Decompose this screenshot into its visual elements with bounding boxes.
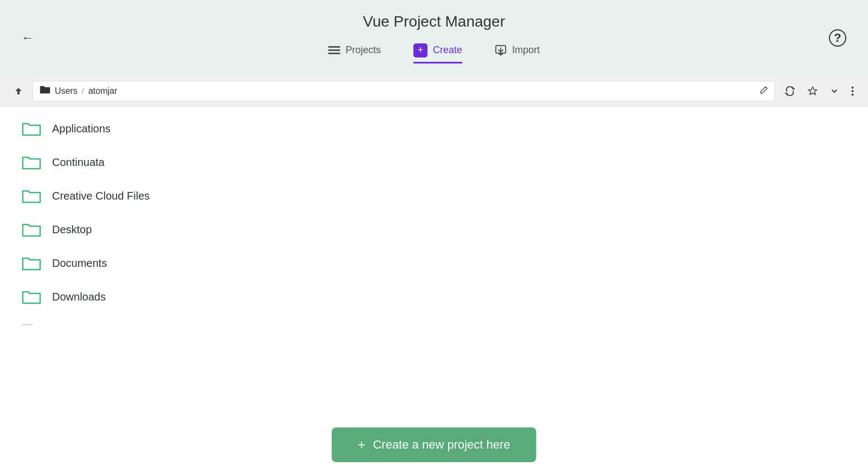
list-item[interactable]: Applications: [0, 112, 859, 145]
svg-point-2: [852, 90, 854, 92]
folder-icon: [22, 289, 41, 305]
favorite-button[interactable]: [802, 83, 823, 99]
folder-icon: [22, 154, 41, 170]
file-name: Downloads: [52, 291, 106, 303]
folder-icon: [22, 120, 41, 137]
dropdown-button[interactable]: [825, 84, 844, 98]
tabs: Projects + Create Import: [328, 43, 540, 63]
help-button[interactable]: ?: [829, 29, 846, 47]
list-item[interactable]: Downloads: [0, 280, 859, 314]
app-title: Vue Project Manager: [363, 13, 505, 30]
list-item[interactable]: Creative Cloud Files: [0, 179, 859, 213]
file-name: Creative Cloud Files: [52, 190, 150, 202]
file-list: Applications Continuata Creative Cloud F…: [0, 106, 868, 473]
path-segment-atomjar: atomjar: [88, 86, 117, 96]
more-indicator: —: [0, 314, 859, 335]
tab-import[interactable]: Import: [495, 44, 540, 62]
list-item[interactable]: Continuata: [0, 145, 859, 179]
path-edit-button[interactable]: [760, 86, 768, 97]
toolbar: Users / atomjar: [0, 76, 868, 106]
header: ← Vue Project Manager Projects + Create: [0, 0, 868, 76]
tab-import-label: Import: [512, 44, 540, 56]
up-button[interactable]: [9, 84, 28, 99]
refresh-button[interactable]: [780, 83, 800, 99]
create-icon: +: [413, 43, 427, 57]
folder-icon: [22, 255, 41, 271]
more-button[interactable]: [846, 83, 859, 99]
create-project-label: Create a new project here: [373, 438, 510, 452]
path-bar: Users / atomjar: [33, 81, 775, 101]
folder-icon: [22, 221, 41, 238]
path-separator: /: [82, 87, 84, 95]
plus-icon: +: [358, 437, 365, 452]
toolbar-right: [780, 83, 859, 99]
svg-point-1: [852, 86, 854, 88]
tab-create-label: Create: [433, 44, 462, 56]
list-item[interactable]: Desktop: [0, 213, 859, 246]
file-name: Continuata: [52, 156, 105, 169]
file-name: Applications: [52, 123, 111, 135]
create-project-button[interactable]: + Create a new project here: [331, 427, 536, 462]
tab-projects-label: Projects: [346, 44, 381, 56]
tab-projects[interactable]: Projects: [328, 44, 381, 62]
file-name: Desktop: [52, 223, 92, 236]
back-button[interactable]: ←: [22, 31, 34, 45]
folder-icon: [22, 188, 41, 204]
projects-icon: [328, 46, 340, 55]
path-folder-icon: [40, 85, 50, 97]
file-name: Documents: [52, 257, 107, 270]
create-btn-container: + Create a new project here: [331, 427, 536, 462]
import-icon: [495, 44, 507, 56]
svg-point-3: [852, 93, 854, 95]
tab-create[interactable]: + Create: [413, 43, 462, 63]
path-segment-users: Users: [55, 86, 78, 96]
file-list-inner: Applications Continuata Creative Cloud F…: [0, 112, 868, 335]
main-content: Users / atomjar: [0, 76, 868, 473]
list-item[interactable]: Documents: [0, 246, 859, 280]
